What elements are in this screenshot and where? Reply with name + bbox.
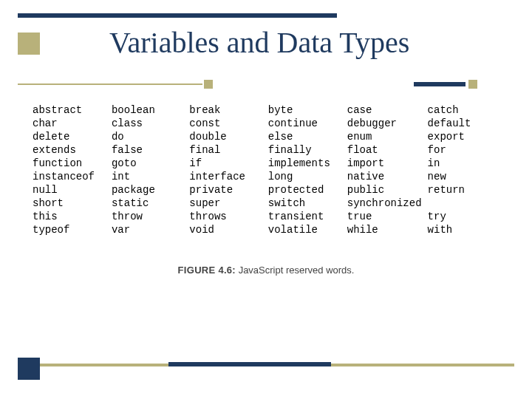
keyword-cell: do — [112, 130, 189, 143]
keyword-cell: switch — [268, 197, 347, 210]
keyword-cell: typeof — [33, 223, 112, 236]
keyword-cell — [428, 197, 505, 210]
bottom-accent-bar — [168, 362, 331, 366]
keyword-cell: this — [33, 210, 112, 223]
divider-square-icon — [468, 80, 477, 89]
keyword-cell: debugger — [347, 117, 428, 130]
keyword-cell: package — [112, 183, 189, 197]
keyword-cell: transient — [268, 210, 347, 223]
keyword-cell: extends — [33, 143, 112, 157]
keyword-cell: return — [428, 183, 505, 197]
keyword-cell: finally — [268, 143, 347, 157]
keyword-cell: abstract — [33, 103, 112, 117]
figure-caption: FIGURE 4.6: JavaScript reserved words. — [0, 265, 532, 276]
figure-label: FIGURE 4.6: — [178, 265, 236, 276]
keyword-cell: super — [189, 197, 267, 210]
bottom-square-icon — [18, 358, 40, 380]
keyword-cell: goto — [112, 157, 189, 170]
keyword-cell: implements — [268, 157, 347, 170]
figure-caption-text: JavaScript reserved words. — [239, 265, 355, 276]
table-row: extendsfalsefinalfinallyfloatfor — [33, 143, 505, 157]
keyword-cell: else — [268, 130, 347, 143]
keyword-cell: function — [33, 157, 112, 170]
keyword-cell: catch — [428, 103, 505, 117]
keyword-cell: with — [428, 223, 505, 236]
keyword-cell: false — [112, 143, 189, 157]
keyword-cell: float — [347, 143, 428, 157]
keyword-cell: native — [347, 170, 428, 183]
subtitle-divider-right — [414, 80, 477, 89]
table-row: thisthrowthrowstransienttruetry — [33, 210, 505, 223]
keyword-cell: throw — [112, 210, 189, 223]
table-row: nullpackageprivateprotectedpublicreturn — [33, 183, 505, 197]
keyword-cell: delete — [33, 130, 112, 143]
keyword-cell: synchronized — [347, 197, 428, 210]
keyword-cell: new — [428, 170, 505, 183]
keyword-cell: in — [428, 157, 505, 170]
keyword-cell: char — [33, 117, 112, 130]
keyword-cell: protected — [268, 183, 347, 197]
table-row: shortstaticsuperswitchsynchronized — [33, 197, 505, 210]
keyword-cell: case — [347, 103, 428, 117]
keyword-cell: void — [189, 223, 267, 236]
keyword-cell: default — [428, 117, 505, 130]
slide-title: Variables and Data Types — [109, 25, 409, 60]
keyword-cell: volatile — [268, 223, 347, 236]
slide: Variables and Data Types abstractboolean… — [0, 0, 532, 399]
keyword-cell: private — [189, 183, 267, 197]
keyword-cell: export — [428, 130, 505, 143]
keyword-cell: public — [347, 183, 428, 197]
keyword-cell: throws — [189, 210, 267, 223]
keyword-cell: long — [268, 170, 347, 183]
keyword-cell: instanceof — [33, 170, 112, 183]
keyword-cell: double — [189, 130, 267, 143]
keyword-cell: enum — [347, 130, 428, 143]
table-row: deletedodoubleelseenumexport — [33, 130, 505, 143]
top-divider — [18, 13, 337, 18]
table-row: charclassconstcontinuedebuggerdefault — [33, 117, 505, 130]
keyword-cell: const — [189, 117, 267, 130]
keyword-cell: interface — [189, 170, 267, 183]
keyword-cell: import — [347, 157, 428, 170]
keywords-table-wrap: abstractbooleanbreakbytecasecatchcharcla… — [33, 103, 505, 236]
keyword-cell: class — [112, 117, 189, 130]
divider-bar — [414, 82, 466, 86]
table-row: typeofvarvoidvolatilewhilewith — [33, 223, 505, 236]
keyword-cell: int — [112, 170, 189, 183]
keywords-table: abstractbooleanbreakbytecasecatchcharcla… — [33, 103, 505, 236]
table-row: instanceofintinterfacelongnativenew — [33, 170, 505, 183]
keyword-cell: final — [189, 143, 267, 157]
keyword-cell: continue — [268, 117, 347, 130]
keyword-cell: while — [347, 223, 428, 236]
keyword-cell: try — [428, 210, 505, 223]
keyword-cell: static — [112, 197, 189, 210]
title-square-icon — [18, 33, 40, 55]
keyword-cell: boolean — [112, 103, 189, 117]
keyword-cell: var — [112, 223, 189, 236]
divider-square-icon — [204, 80, 213, 89]
keyword-cell: true — [347, 210, 428, 223]
keyword-cell: for — [428, 143, 505, 157]
table-row: abstractbooleanbreakbytecasecatch — [33, 103, 505, 117]
keyword-cell: if — [189, 157, 267, 170]
keyword-cell: byte — [268, 103, 347, 117]
divider-line — [18, 83, 202, 85]
keyword-cell: break — [189, 103, 267, 117]
keyword-cell: null — [33, 183, 112, 197]
table-row: functiongotoifimplementsimportin — [33, 157, 505, 170]
keyword-cell: short — [33, 197, 112, 210]
title-block: Variables and Data Types — [18, 25, 514, 60]
